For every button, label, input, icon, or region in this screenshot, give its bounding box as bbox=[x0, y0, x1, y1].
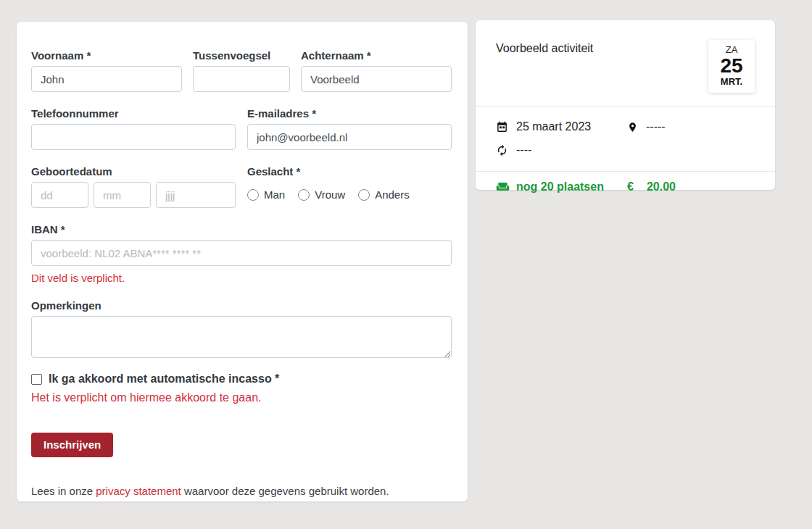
field-tussenvoegsel: Tussenvoegsel bbox=[193, 50, 290, 92]
geslacht-option-man-label: Man bbox=[264, 188, 285, 201]
geslacht-option-man[interactable]: Man bbox=[247, 188, 285, 201]
seat-icon bbox=[496, 180, 510, 193]
field-emailadres: E-mailadres * bbox=[247, 108, 452, 150]
activity-recurrence-text: ---- bbox=[516, 143, 531, 157]
privacy-note-prefix: Lees in onze bbox=[31, 485, 96, 497]
badge-month-abbr: MRT. bbox=[708, 77, 755, 87]
incasso-label: Ik ga akkoord met automatische incasso * bbox=[49, 373, 279, 385]
privacy-statement-link[interactable]: privacy statement bbox=[96, 485, 181, 497]
achternaam-input[interactable] bbox=[301, 66, 452, 92]
places-left-text: nog 20 plaatsen bbox=[516, 180, 604, 193]
activity-location-row: ----- bbox=[627, 115, 755, 138]
activity-price: € 20.00 bbox=[627, 180, 676, 193]
voornaam-input[interactable] bbox=[31, 66, 182, 92]
tussenvoegsel-input[interactable] bbox=[193, 66, 290, 92]
geboortedatum-year-input[interactable] bbox=[156, 182, 236, 208]
badge-day-number: 25 bbox=[708, 55, 755, 77]
activity-details: 25 maart 2023 ----- ---- bbox=[476, 107, 775, 171]
privacy-note-suffix: waarvoor deze gegevens gebruikt worden. bbox=[181, 485, 389, 497]
iban-error: Dit veld is verplicht. bbox=[31, 272, 452, 283]
voornaam-label: Voornaam * bbox=[31, 50, 182, 61]
iban-input[interactable] bbox=[31, 240, 452, 266]
activity-footer: nog 20 plaatsen € 20.00 bbox=[476, 172, 775, 193]
field-geslacht: Geslacht * Man Vrouw Anders bbox=[247, 166, 410, 208]
incasso-checkbox[interactable] bbox=[31, 374, 42, 385]
geslacht-option-anders-label: Anders bbox=[375, 188, 410, 201]
activity-header: Voorbeeld activiteit ZA 25 MRT. bbox=[476, 20, 775, 106]
field-opmerkingen: Opmerkingen bbox=[31, 300, 452, 358]
location-pin-icon bbox=[627, 121, 638, 133]
geslacht-label: Geslacht * bbox=[247, 166, 410, 177]
telefoonnummer-label: Telefoonnummer bbox=[31, 108, 236, 119]
geslacht-option-anders[interactable]: Anders bbox=[358, 188, 410, 201]
emailadres-label: E-mailadres * bbox=[247, 108, 452, 119]
registration-form-card: Voornaam * Tussenvoegsel Achternaam * Te… bbox=[17, 22, 468, 501]
geboortedatum-month-input[interactable] bbox=[94, 182, 151, 208]
field-geboortedatum: Geboortedatum bbox=[31, 166, 236, 208]
geslacht-option-vrouw-label: Vrouw bbox=[315, 188, 345, 201]
field-iban: IBAN * Dit veld is verplicht. bbox=[31, 224, 452, 283]
opmerkingen-label: Opmerkingen bbox=[31, 300, 452, 311]
field-telefoonnummer: Telefoonnummer bbox=[31, 108, 236, 150]
activity-card: Voorbeeld activiteit ZA 25 MRT. 25 maart… bbox=[476, 20, 775, 190]
activity-date-text: 25 maart 2023 bbox=[516, 120, 591, 133]
incasso-consent-block: Ik ga akkoord met automatische incasso *… bbox=[31, 373, 452, 404]
calendar-icon bbox=[496, 121, 508, 133]
privacy-note: Lees in onze privacy statement waarvoor … bbox=[31, 484, 452, 498]
telefoonnummer-input[interactable] bbox=[31, 124, 236, 150]
geslacht-radio-vrouw[interactable] bbox=[298, 189, 310, 201]
achternaam-label: Achternaam * bbox=[301, 50, 452, 61]
badge-day-abbr: ZA bbox=[708, 45, 755, 55]
inschrijven-button[interactable]: Inschrijven bbox=[31, 433, 113, 457]
price-amount: 20.00 bbox=[647, 180, 676, 193]
opmerkingen-textarea[interactable] bbox=[31, 316, 452, 358]
geboortedatum-day-input[interactable] bbox=[31, 182, 88, 208]
geslacht-option-vrouw[interactable]: Vrouw bbox=[298, 188, 345, 201]
field-voornaam: Voornaam * bbox=[31, 50, 182, 92]
field-achternaam: Achternaam * bbox=[301, 50, 452, 92]
iban-label: IBAN * bbox=[31, 224, 452, 235]
tussenvoegsel-label: Tussenvoegsel bbox=[193, 50, 290, 61]
currency-symbol: € bbox=[627, 180, 634, 193]
activity-date-badge: ZA 25 MRT. bbox=[708, 40, 755, 93]
incasso-error: Het is verplicht om hiermee akkoord te g… bbox=[31, 392, 452, 404]
activity-location-text: ----- bbox=[646, 120, 666, 133]
activity-date-row: 25 maart 2023 bbox=[496, 115, 627, 138]
geslacht-radio-anders[interactable] bbox=[358, 189, 370, 201]
geboortedatum-label: Geboortedatum bbox=[31, 166, 236, 177]
repeat-icon bbox=[496, 144, 508, 157]
activity-recurrence-row: ---- bbox=[496, 138, 627, 162]
geslacht-radio-man[interactable] bbox=[247, 189, 259, 201]
places-left: nog 20 plaatsen bbox=[496, 180, 627, 193]
emailadres-input[interactable] bbox=[247, 124, 452, 150]
incasso-checkbox-row[interactable]: Ik ga akkoord met automatische incasso * bbox=[31, 373, 452, 385]
